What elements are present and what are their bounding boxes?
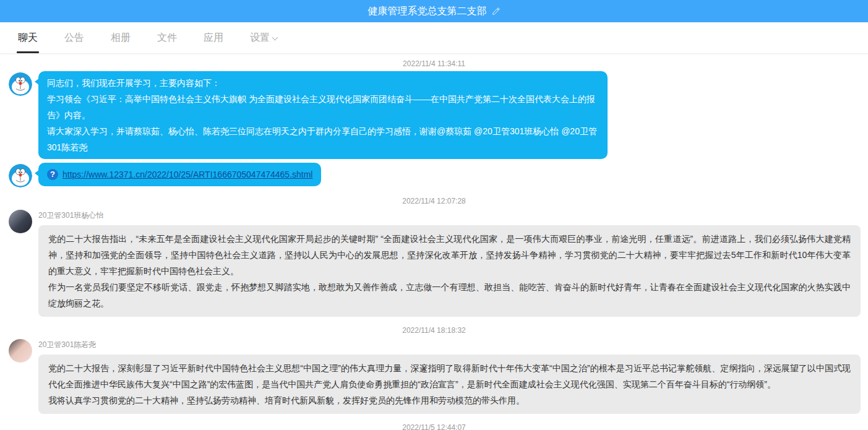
- timestamp: 2022/11/4 11:34:11: [7, 54, 861, 71]
- message-bubble: 党的二十大报告指出，“未来五年是全面建设社会主义现代化国家开局起步的关键时期” …: [38, 225, 861, 317]
- tab-files-label: 文件: [157, 32, 177, 45]
- message-line: 作为一名党员我们要坚定不移听党话、跟党走，怀抱梦想又脚踏实地，敢想敢为又善作善成…: [48, 279, 851, 311]
- message-line: 同志们，我们现在开展学习，主要内容如下：: [47, 75, 599, 91]
- group-title: 健康管理系党总支第二支部: [368, 5, 487, 18]
- tab-apps[interactable]: 应用: [194, 22, 233, 53]
- tab-announcement-label: 公告: [64, 32, 84, 45]
- message-line: 我将认真学习贯彻党的二十大精神，坚持弘扬劳动精神、培育时代新风新貌，发挥好党员的…: [48, 392, 851, 408]
- timestamp: 2022/11/5 12:44:07: [7, 418, 861, 430]
- tab-files[interactable]: 文件: [148, 22, 186, 53]
- question-mark-icon: ?: [47, 169, 58, 180]
- message-line: 党的二十大报告，深刻彰显了习近平新时代中国特色社会主义思想“中国之理”的伟大真理…: [48, 360, 851, 392]
- timestamp: 2022/11/4 18:18:32: [7, 320, 861, 338]
- message-bubble: 同志们，我们现在开展学习，主要内容如下： 学习领会《习近平：高举中国特色社会主义…: [38, 71, 608, 159]
- chevron-down-icon: [272, 33, 278, 40]
- tab-chat-label: 聊天: [18, 32, 38, 45]
- tab-announcement[interactable]: 公告: [55, 22, 93, 53]
- chat-panel: 2022/11/4 11:34:11 同志们，我们现在开展学习，主要内容如下： …: [0, 54, 868, 430]
- timestamp: 2022/11/4 12:07:28: [7, 191, 861, 209]
- tab-album[interactable]: 相册: [101, 22, 140, 53]
- message-row-admin-1: 同志们，我们现在开展学习，主要内容如下： 学习领会《习近平：高举中国特色社会主义…: [7, 71, 861, 159]
- header-bar: 健康管理系党总支第二支部: [0, 0, 868, 22]
- tab-bar: 聊天 公告 相册 文件 应用 设置: [0, 22, 868, 54]
- tab-apps-label: 应用: [204, 32, 223, 45]
- edit-title-icon[interactable]: [492, 7, 501, 15]
- message-bubble: 党的二十大报告，深刻彰显了习近平新时代中国特色社会主义思想“中国之理”的伟大真理…: [38, 355, 861, 414]
- message-row-member-2: 20卫管301陈若尧 党的二十大报告，深刻彰显了习近平新时代中国特色社会主义思想…: [7, 338, 861, 414]
- message-row-admin-2: ? https://www.12371.cn/2022/10/25/ARTI16…: [7, 163, 861, 187]
- tab-album-label: 相册: [111, 32, 131, 45]
- tab-chat[interactable]: 聊天: [9, 22, 47, 53]
- message-bubble-link: ? https://www.12371.cn/2022/10/25/ARTI16…: [38, 163, 321, 186]
- message-line: 请大家深入学习，并请蔡琼茹、杨心怡、陈若尧三位同志在明天之内于群内分享自己的学习…: [47, 123, 599, 155]
- member-avatar[interactable]: [9, 339, 32, 363]
- tab-settings-label: 设置: [250, 32, 270, 45]
- sender-name: 20卫管301陈若尧: [38, 340, 861, 350]
- message-line: 党的二十大报告指出，“未来五年是全面建设社会主义现代化国家开局起步的关键时期” …: [48, 231, 851, 279]
- message-link[interactable]: https://www.12371.cn/2022/10/25/ARTI1666…: [62, 166, 312, 183]
- doraemon-avatar[interactable]: [9, 72, 32, 96]
- doraemon-avatar[interactable]: [9, 164, 32, 187]
- message-line: 学习领会《习近平：高举中国特色社会主义伟大旗帜 为全面建设社会主义现代化国家而团…: [47, 91, 599, 123]
- sender-name: 20卫管301班杨心怡: [38, 210, 861, 221]
- member-avatar[interactable]: [9, 210, 32, 233]
- message-row-member-1: 20卫管301班杨心怡 党的二十大报告指出，“未来五年是全面建设社会主义现代化国…: [7, 209, 861, 317]
- tab-settings[interactable]: 设置: [241, 22, 288, 53]
